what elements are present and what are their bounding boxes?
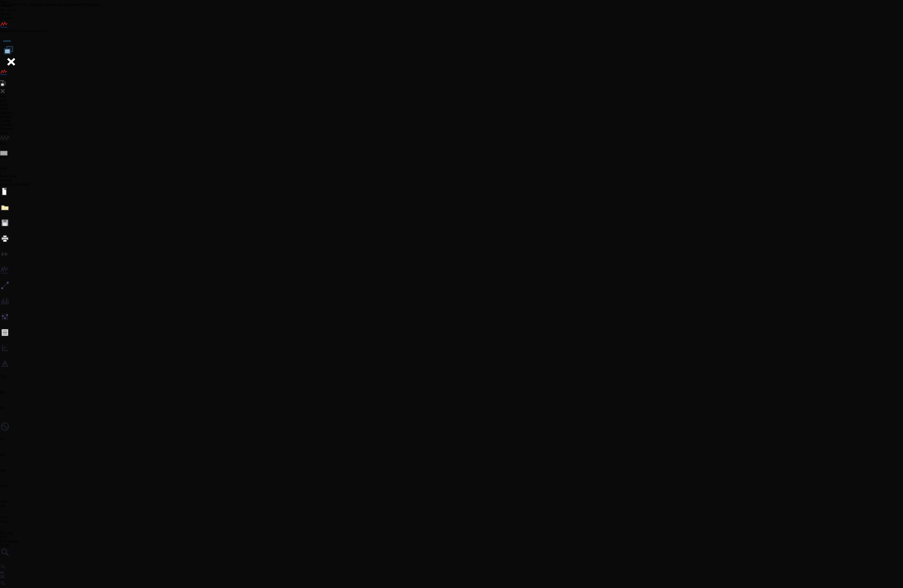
units-db-button[interactable]: dB — [0, 453, 15, 469]
units-hz-button[interactable]: Hz — [0, 437, 15, 453]
thd-freq-button[interactable]: THDFreq — [0, 516, 15, 531]
stop-button[interactable]: Stop — [0, 151, 15, 167]
thd-button[interactable]: THD — [0, 484, 15, 500]
child-window-icon — [0, 68, 8, 77]
zoom-tool-button[interactable] — [0, 547, 14, 564]
menu-help[interactable]: Help — [0, 131, 903, 135]
menu-options[interactable]: Options — [0, 111, 903, 115]
zoom-in-2x-button[interactable]: IN2X — [0, 564, 14, 581]
marker-button[interactable]: Mrk — [0, 390, 15, 406]
thd-n-button[interactable]: THD+N — [0, 500, 15, 516]
mixer-button[interactable] — [0, 312, 15, 328]
spectraplus-menubar: FileEditModeViewOptionsUtilitiesConfigLi… — [0, 68, 903, 135]
calibration-button[interactable] — [0, 359, 15, 374]
menu-window[interactable]: Window — [0, 127, 903, 131]
run-button[interactable]: Run — [0, 135, 15, 151]
photographed-monitor-screen: EsiJuliINOUT8 - Средство просмотра фотог… — [0, 0, 903, 588]
save-button[interactable] — [0, 218, 15, 234]
spectraplus-minimize-button[interactable] — [0, 33, 903, 45]
units-pwr-button[interactable]: Pwr — [0, 469, 15, 484]
view-toolbar: TrigMrkI/OHzdBPwrTHDTHD+NTHDFreq — [0, 187, 903, 531]
plot-range-input[interactable]: 10.00 — [0, 544, 34, 547]
avg-select[interactable]: 1 — [0, 170, 40, 175]
plot-top-label: Plot Top: — [0, 531, 903, 535]
spectraplus-titlebar[interactable]: SpectraPLUS Professional Ed — [0, 20, 903, 33]
signal-generator-button[interactable] — [0, 421, 15, 437]
spectraplus-title: SpectraPLUS Professional Ed — [0, 29, 903, 33]
time-series-button[interactable] — [0, 265, 15, 281]
plot-top-input[interactable]: 0.00 — [0, 535, 34, 539]
print-button[interactable] — [0, 234, 15, 249]
menu-utilities[interactable]: Utilities — [0, 115, 903, 119]
processing-settings-button[interactable] — [0, 328, 15, 343]
io-button[interactable]: I/O — [0, 406, 15, 421]
photo-viewer-title: EsiJuliINOUT8 - Средство просмотра фотог… — [2, 3, 903, 7]
menu-view[interactable]: View — [0, 107, 903, 111]
spectraplus-window: SpectraPLUS Professional Ed FileEditMode… — [0, 20, 903, 588]
zoom-toolbar: Plot Top: 0.00 Plot Range: 10.00 IN2XOUT… — [0, 531, 903, 588]
spectraplus-restore-button[interactable] — [0, 45, 903, 57]
main-toolbar: Run Stop Avg: 1 Peak Hold: Forever Load … — [0, 135, 903, 187]
child-close-button[interactable] — [0, 88, 903, 95]
menu-edit[interactable]: Edit — [0, 99, 903, 103]
photo-viewer-titlebar: EsiJuliINOUT8 - Средство просмотра фотог… — [2, 3, 903, 20]
configuration-select[interactable]: Load Configuration — [0, 182, 137, 187]
menu-license[interactable]: License — [0, 123, 903, 127]
trigger-button[interactable]: Trig — [0, 374, 15, 390]
peak-hold-label: Peak Hold: — [0, 175, 903, 178]
open-file-button[interactable] — [0, 202, 15, 218]
avg-label: Avg: — [0, 167, 903, 170]
new-file-button[interactable] — [0, 187, 15, 202]
menu-file[interactable]: File — [0, 95, 903, 99]
peak-hold-select[interactable]: Forever — [0, 178, 42, 182]
child-restore-button[interactable] — [0, 81, 903, 88]
spectrum-view-button[interactable] — [0, 296, 15, 312]
spectraplus-app-icon — [0, 20, 903, 29]
fast-forward-button[interactable] — [0, 249, 15, 265]
scaling-button[interactable] — [0, 343, 15, 359]
spectraplus-close-button[interactable] — [0, 57, 903, 68]
menu-config[interactable]: Config — [0, 119, 903, 123]
menu-mode[interactable]: Mode — [0, 103, 903, 107]
plot-range-label: Plot Range: — [0, 539, 903, 544]
zoom-out-2x-button[interactable]: OUT2X — [0, 581, 14, 588]
phase-plot-button[interactable] — [0, 281, 15, 296]
